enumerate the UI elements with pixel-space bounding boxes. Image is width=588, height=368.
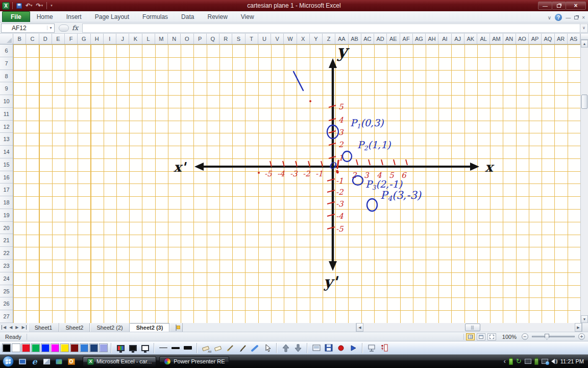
column-header[interactable]: AR [555,34,568,44]
column-header[interactable]: AO [516,34,529,44]
column-header[interactable]: B [13,34,26,44]
record-button[interactable] [335,343,347,353]
restore-button[interactable] [552,2,566,10]
minimize-button[interactable]: — [538,2,552,10]
column-header[interactable]: AS [568,34,580,44]
color-swatch[interactable] [12,343,20,352]
column-header[interactable]: X [297,34,310,44]
thin-line-button[interactable] [158,343,169,353]
insert-worksheet-tab[interactable] [169,323,183,332]
save-annotation-button[interactable] [323,343,334,353]
color-swatch[interactable] [31,343,40,352]
network-icon[interactable] [542,359,548,364]
color-swatch[interactable] [2,343,11,352]
excel-app-icon[interactable]: X [2,2,10,10]
row-header[interactable]: 12 [0,121,13,133]
column-header[interactable]: AN [503,34,516,44]
tab-split-handle[interactable] [582,323,588,332]
column-header[interactable]: AG [413,34,426,44]
row-header[interactable]: 27 [0,310,13,323]
erase-all-button[interactable]: All [201,343,212,353]
row-header[interactable]: 14 [0,146,13,158]
pen-button[interactable] [225,343,236,353]
select-all-corner[interactable] [0,34,13,44]
display-icon[interactable] [525,359,531,364]
highlighter-button[interactable] [250,343,261,353]
column-header[interactable]: L [142,34,155,44]
scroll-up-button[interactable]: ▲ [581,40,588,48]
row-header[interactable]: 9 [0,82,13,95]
color-swatch[interactable] [70,343,79,352]
clock[interactable]: 11:21 PM [560,358,584,364]
computer-icon[interactable] [18,357,27,366]
normal-view-button[interactable] [466,333,475,340]
save-button[interactable] [15,2,23,10]
column-header[interactable]: T [246,34,258,44]
color-swatch[interactable] [41,343,50,352]
column-header[interactable]: E [52,34,65,44]
row-header[interactable]: 16 [0,171,13,184]
thick-line-button[interactable] [182,343,193,353]
row-header[interactable]: 20 [0,222,13,235]
color-swatch[interactable] [89,343,98,352]
minimize-ribbon-icon[interactable]: ∨ [548,15,551,20]
play-button[interactable] [348,343,359,353]
cell-grid[interactable] [13,44,580,323]
column-header[interactable]: AL [477,34,490,44]
vertical-scroll-thumb[interactable] [581,95,587,109]
sheet-tab[interactable]: Sheet2 (3) [130,323,170,332]
redo-button[interactable]: ↷▾ [35,2,44,10]
column-header[interactable]: W [284,34,297,44]
black-screen-button[interactable] [127,343,138,353]
row-header[interactable]: 19 [0,209,13,222]
vertical-scrollbar[interactable]: ▲ ▼ [580,34,588,323]
row-header[interactable]: 26 [0,297,13,310]
ribbon-tab-data[interactable]: Data [175,12,201,22]
taskbar-button-excel[interactable]: X Microsoft Excel - car... [83,356,156,367]
ribbon-tab-file[interactable]: File [2,11,30,22]
power-icon[interactable] [534,358,538,365]
column-header[interactable]: K [129,34,142,44]
zoom-level[interactable]: 100% [502,334,517,340]
page-layout-view-button[interactable] [477,333,485,340]
row-header[interactable]: 13 [0,133,13,146]
color-swatch[interactable] [80,343,88,352]
column-header[interactable]: R [219,34,232,44]
column-header[interactable]: AQ [542,34,554,44]
column-header[interactable]: O [181,34,193,44]
row-header[interactable]: 23 [0,260,13,272]
brush-button[interactable] [237,343,249,353]
battery-icon[interactable] [509,358,513,365]
column-header[interactable]: AM [490,34,503,44]
ribbon-tab-insert[interactable]: Insert [60,12,88,22]
column-header[interactable]: AB [349,34,361,44]
column-header[interactable]: N [168,34,181,44]
page-down-button[interactable] [292,343,304,353]
row-header[interactable]: 22 [0,247,13,260]
ribbon-tab-review[interactable]: Review [201,12,234,22]
column-header[interactable]: G [78,34,90,44]
sheet-tab[interactable]: Sheet1 [28,323,59,332]
scroll-left-button[interactable]: ◀ [356,323,363,332]
workbook-minimize-icon[interactable]: — [566,15,571,20]
column-header[interactable]: Y [310,34,323,44]
row-header[interactable]: 21 [0,234,13,247]
column-header[interactable]: AD [374,34,387,44]
column-header[interactable]: AH [426,34,438,44]
color-screen-button[interactable] [115,343,126,353]
zoom-slider-track[interactable] [532,336,575,337]
column-header[interactable]: Z [323,34,335,44]
help-icon[interactable]: ? [555,14,562,21]
scroll-down-button[interactable]: ▼ [581,315,588,323]
column-header[interactable]: AA [335,34,348,44]
name-box-dropdown-icon[interactable]: ▾ [47,26,54,30]
row-header[interactable]: 10 [0,95,13,108]
column-header[interactable]: AP [529,34,542,44]
insert-function-icon[interactable]: fx [72,24,78,32]
sheet-tab[interactable]: Sheet2 (2) [90,323,129,332]
row-header[interactable]: 18 [0,196,13,209]
customize-qat-button[interactable]: ▾ [50,2,54,10]
undo-button[interactable]: ↶▾ [24,2,34,10]
ribbon-tab-home[interactable]: Home [30,12,60,22]
first-sheet-icon[interactable]: ◀ [2,325,7,330]
